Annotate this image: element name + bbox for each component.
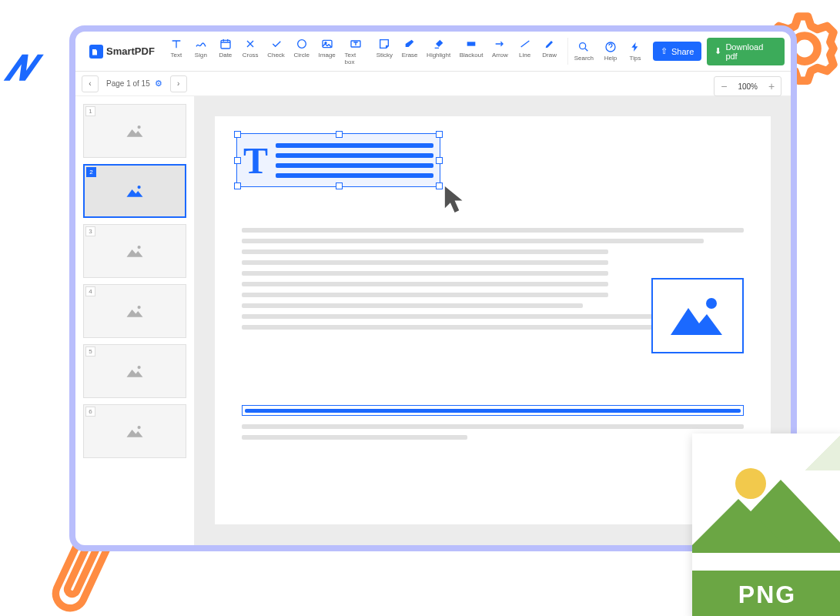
image-icon: [124, 122, 146, 139]
resize-handle-tr[interactable]: [436, 131, 443, 138]
tool-search[interactable]: Search: [570, 37, 598, 65]
resize-handle-bl[interactable]: [234, 182, 241, 189]
selected-line[interactable]: [242, 405, 744, 416]
thumbnail[interactable]: 5: [83, 344, 186, 398]
resize-handle-bm[interactable]: [336, 182, 343, 189]
arrow-icon: [494, 38, 506, 50]
resize-handle-ml[interactable]: [234, 157, 241, 164]
tool-sign[interactable]: Sign: [189, 34, 213, 69]
document-page[interactable]: T: [215, 116, 771, 524]
image-icon: [124, 363, 146, 380]
tool-check[interactable]: Check: [263, 34, 289, 69]
tool-help[interactable]: Help: [598, 37, 623, 65]
cursor-icon: [443, 184, 469, 215]
circle-icon: [296, 38, 308, 50]
zoom-value: 100%: [733, 82, 762, 91]
tool-date[interactable]: Date: [213, 34, 238, 69]
thumbnail[interactable]: 4: [83, 284, 186, 338]
line-icon: [519, 38, 531, 50]
image-icon: [124, 423, 146, 440]
resize-handle-tm[interactable]: [336, 131, 343, 138]
footer-text: [242, 424, 744, 440]
svg-rect-5: [467, 42, 476, 45]
image-placeholder[interactable]: [651, 278, 744, 353]
image-icon: [321, 38, 333, 50]
resize-handle-br[interactable]: [436, 182, 443, 189]
check-icon: [270, 38, 283, 50]
dropcap-icon: T: [243, 139, 268, 182]
page-bar: ‹ Page 1 of 15 ⚙ ›: [75, 72, 791, 96]
image-icon: [124, 303, 146, 320]
image-icon: [124, 243, 146, 259]
tool-arrow[interactable]: Arrow: [487, 34, 513, 69]
tool-erase[interactable]: Erase: [397, 34, 423, 69]
svg-point-11: [138, 306, 141, 309]
share-button[interactable]: ⇧ Share: [653, 42, 701, 61]
help-icon: [604, 41, 617, 53]
page-indicator: Page 1 of 15 ⚙: [106, 79, 162, 89]
png-label: PNG: [692, 571, 840, 616]
zoom-out-button[interactable]: −: [715, 77, 733, 95]
png-file-icon: PNG: [692, 434, 840, 616]
thumbnail[interactable]: 1: [83, 104, 186, 158]
svg-point-9: [138, 186, 141, 189]
tool-blackout[interactable]: Blackout: [455, 34, 487, 69]
prev-page-button[interactable]: ‹: [82, 75, 99, 92]
thumbnail[interactable]: 3: [83, 224, 186, 278]
svg-point-8: [138, 126, 141, 129]
sign-icon: [195, 38, 207, 50]
mountain-image-icon: [667, 293, 728, 339]
thumbnail[interactable]: 6: [83, 404, 186, 458]
thumbnail-number: 2: [86, 167, 96, 177]
app-logo[interactable]: SmartPDF: [82, 45, 162, 59]
text-lines: [276, 143, 433, 178]
tool-tips[interactable]: Tips: [623, 37, 648, 65]
svg-point-12: [138, 366, 141, 369]
tool-text[interactable]: Text: [164, 34, 189, 69]
tool-circle[interactable]: Circle: [289, 34, 314, 69]
thumbnail[interactable]: 2: [83, 164, 186, 218]
thumbnail-number: 4: [85, 286, 95, 296]
tool-cross[interactable]: Cross: [238, 34, 263, 69]
decoration-bolt-icon: 𝙉: [0, 46, 42, 92]
erase-icon: [403, 38, 416, 50]
date-icon: [219, 38, 232, 50]
app-window: SmartPDF TextSignDateCrossCheckCircleIma…: [69, 25, 797, 551]
svg-point-6: [580, 43, 586, 49]
tool-highlight[interactable]: Highlight: [422, 34, 455, 69]
toolbar: SmartPDF TextSignDateCrossCheckCircleIma…: [75, 32, 791, 72]
tool-sticky[interactable]: Sticky: [372, 34, 397, 69]
sticky-icon: [378, 38, 390, 50]
download-button[interactable]: ⬇ Download pdf: [707, 38, 785, 65]
tool-image[interactable]: Image: [314, 34, 340, 69]
svg-point-13: [138, 426, 141, 429]
tool-line[interactable]: Line: [513, 34, 537, 69]
thumbnail-number: 1: [85, 106, 95, 116]
next-page-button[interactable]: ›: [170, 75, 187, 92]
app-name: SmartPDF: [106, 45, 155, 57]
draw-icon: [544, 38, 556, 50]
tool-textbox[interactable]: Text box: [340, 34, 372, 69]
svg-point-1: [297, 39, 306, 48]
thumbnail-number: 5: [85, 346, 95, 357]
blackout-icon: [465, 38, 477, 50]
thumbnail-number: 3: [85, 226, 95, 236]
selected-text-block[interactable]: T: [236, 133, 440, 187]
search-icon: [577, 41, 590, 53]
zoom-in-button[interactable]: +: [762, 77, 781, 95]
settings-icon[interactable]: ⚙: [152, 79, 162, 88]
download-icon: ⬇: [715, 46, 721, 56]
cross-icon: [244, 38, 256, 50]
svg-point-10: [138, 246, 141, 249]
mountain-icon: [692, 499, 792, 553]
text-icon: [170, 38, 182, 50]
resize-handle-mr[interactable]: [436, 157, 443, 164]
textbox-icon: [350, 38, 362, 50]
tool-draw[interactable]: Draw: [537, 34, 562, 69]
thumbnail-number: 6: [85, 407, 95, 417]
resize-handle-tl[interactable]: [234, 131, 241, 138]
tips-icon: [629, 41, 641, 53]
thumbnail-sidebar: 123456: [75, 96, 195, 545]
svg-point-14: [706, 298, 717, 309]
zoom-control: − 100% +: [714, 76, 781, 96]
